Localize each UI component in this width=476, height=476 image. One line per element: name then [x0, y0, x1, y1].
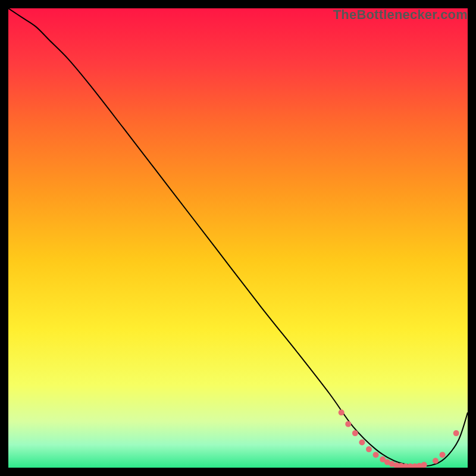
- chart-svg: [8, 8, 468, 468]
- marker-dot: [345, 421, 351, 427]
- marker-dot: [339, 409, 345, 415]
- chart-frame: TheBottlenecker.com: [8, 8, 468, 468]
- marker-dot: [359, 440, 365, 446]
- chart-background: [8, 8, 468, 468]
- marker-dot: [453, 430, 459, 436]
- marker-dot: [373, 452, 379, 458]
- marker-dot: [440, 452, 446, 458]
- marker-dot: [421, 462, 427, 468]
- marker-dot: [366, 446, 372, 452]
- watermark-text: TheBottlenecker.com: [333, 7, 468, 23]
- marker-dot: [352, 430, 358, 436]
- marker-dot: [433, 458, 439, 464]
